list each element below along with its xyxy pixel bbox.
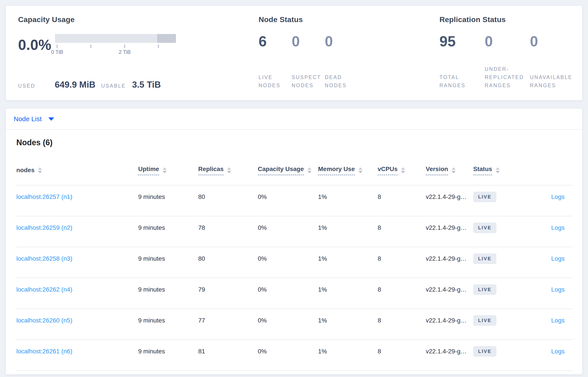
node-address-link[interactable]: localhost:26258 (n3) bbox=[16, 255, 72, 262]
column-header-replicas[interactable]: Replicas bbox=[198, 155, 258, 185]
nodes-table-section: Nodes (6) nodes Uptime bbox=[6, 130, 582, 374]
capacity-used-usable-row: USED 649.9 MiB USABLE 3.5 TiB bbox=[18, 80, 259, 90]
version-cell: v22.1.4-29-g… bbox=[426, 309, 473, 340]
table-row: localhost:26260 (n5) 9 minutes 77 0% 1% … bbox=[16, 309, 573, 340]
version-cell: v22.1.4-29-g… bbox=[426, 216, 473, 247]
replication-status-panel: Replication Status 95 TOTAL RANGES 0 UND… bbox=[439, 15, 575, 90]
sort-arrows-icon bbox=[452, 167, 456, 173]
sort-arrows-icon bbox=[227, 167, 231, 173]
logs-link[interactable]: Logs bbox=[551, 348, 564, 355]
node-list-card: Node List Nodes (6) nodes bbox=[5, 108, 583, 375]
version-cell: v22.1.4-29-g… bbox=[426, 247, 473, 278]
memory-use-cell: 1% bbox=[318, 247, 378, 278]
uptime-cell: 9 minutes bbox=[138, 216, 198, 247]
capacity-usage-cell: 0% bbox=[258, 340, 318, 371]
column-header-capacity-usage[interactable]: Capacity Usage bbox=[258, 155, 318, 185]
uptime-cell: 9 minutes bbox=[138, 247, 198, 278]
uptime-cell: 9 minutes bbox=[138, 340, 198, 371]
status-badge: LIVE bbox=[473, 346, 496, 357]
memory-use-cell: 1% bbox=[318, 185, 378, 216]
uptime-cell: 9 minutes bbox=[138, 309, 198, 340]
vcpus-cell: 8 bbox=[378, 340, 426, 371]
memory-use-cell: 1% bbox=[318, 216, 378, 247]
version-cell: v22.1.4-29-g… bbox=[426, 340, 473, 371]
suspect-nodes-label: SUSPECT NODES bbox=[292, 73, 321, 90]
replication-status-stats: 95 TOTAL RANGES 0 UNDER-REPLICATED RANGE… bbox=[439, 34, 575, 90]
status-badge: LIVE bbox=[473, 223, 496, 233]
column-header-status[interactable]: Status bbox=[473, 155, 517, 185]
version-cell: v22.1.4-29-g… bbox=[426, 185, 473, 216]
status-badge: LIVE bbox=[473, 253, 496, 264]
view-selector-bar: Node List bbox=[6, 109, 582, 130]
node-address-link[interactable]: localhost:26260 (n5) bbox=[16, 317, 72, 324]
view-selector-dropdown[interactable]: Node List bbox=[14, 115, 54, 123]
uptime-cell: 9 minutes bbox=[138, 185, 198, 216]
capacity-axis-labels: 0 TiB 2 TiB bbox=[55, 49, 176, 56]
live-nodes-count: 6 bbox=[259, 34, 292, 48]
column-header-memory-use[interactable]: Memory Use bbox=[318, 155, 378, 185]
column-header-nodes[interactable]: nodes bbox=[16, 155, 138, 185]
replicas-cell: 77 bbox=[198, 309, 258, 340]
sort-arrows-icon bbox=[163, 167, 167, 173]
column-header-uptime[interactable]: Uptime bbox=[138, 155, 198, 185]
table-row: localhost:26258 (n3) 9 minutes 80 0% 1% … bbox=[16, 247, 573, 278]
tick-mark bbox=[57, 45, 57, 48]
column-header-logs bbox=[517, 155, 573, 185]
column-header-vcpus[interactable]: vCPUs bbox=[378, 155, 426, 185]
capacity-usage-panel: Capacity Usage 0.0% 0 TiB 2 TiB bbox=[18, 15, 259, 90]
node-address-link[interactable]: localhost:26259 (n2) bbox=[16, 224, 72, 231]
view-selector-label: Node List bbox=[14, 115, 42, 123]
node-address-link[interactable]: localhost:26261 (n6) bbox=[16, 348, 72, 355]
usable-label: USABLE bbox=[101, 83, 126, 89]
tick-mark bbox=[158, 45, 159, 48]
cluster-summary-bar: Capacity Usage 0.0% 0 TiB 2 TiB bbox=[5, 5, 583, 101]
logs-link[interactable]: Logs bbox=[551, 193, 564, 200]
table-row: localhost:26259 (n2) 9 minutes 78 0% 1% … bbox=[16, 216, 573, 247]
used-label: USED bbox=[18, 83, 35, 89]
under-replicated-ranges-count: 0 bbox=[485, 34, 530, 48]
capacity-usage-cell: 0% bbox=[258, 309, 318, 340]
capacity-usage-cell: 0% bbox=[258, 216, 318, 247]
replicas-cell: 80 bbox=[198, 185, 258, 216]
total-ranges-label: TOTAL RANGES bbox=[439, 73, 480, 90]
logs-link[interactable]: Logs bbox=[551, 255, 564, 262]
node-address-link[interactable]: localhost:26262 (n4) bbox=[16, 286, 72, 293]
uptime-cell: 9 minutes bbox=[138, 278, 198, 309]
live-nodes-label: LIVE NODES bbox=[259, 73, 288, 90]
memory-use-cell: 1% bbox=[318, 278, 378, 309]
capacity-usage-title: Capacity Usage bbox=[18, 15, 259, 24]
dead-nodes-label: DEAD NODES bbox=[325, 73, 354, 90]
status-badge: LIVE bbox=[473, 192, 496, 202]
memory-use-cell: 1% bbox=[318, 340, 378, 371]
table-row: localhost:26257 (n1) 9 minutes 80 0% 1% … bbox=[16, 185, 573, 216]
sort-arrows-icon bbox=[358, 167, 363, 173]
logs-link[interactable]: Logs bbox=[551, 286, 564, 293]
usable-value: 3.5 TiB bbox=[132, 80, 161, 90]
node-address-link[interactable]: localhost:26257 (n1) bbox=[16, 193, 72, 200]
vcpus-cell: 8 bbox=[378, 216, 426, 247]
unavailable-ranges-count: 0 bbox=[530, 34, 575, 48]
column-header-version[interactable]: Version bbox=[426, 155, 473, 185]
sort-arrows-icon bbox=[38, 167, 42, 173]
suspect-nodes-stat: 0 SUSPECT NODES bbox=[292, 34, 325, 90]
replicas-cell: 80 bbox=[198, 247, 258, 278]
sort-arrows-icon bbox=[401, 167, 405, 173]
sort-arrows-icon bbox=[496, 167, 500, 173]
capacity-usage-cell: 0% bbox=[258, 247, 318, 278]
unavailable-ranges-label: UNAVAILABLE RANGES bbox=[530, 73, 570, 90]
logs-link[interactable]: Logs bbox=[551, 224, 564, 231]
tick-mark bbox=[124, 45, 125, 48]
node-status-panel: Node Status 6 LIVE NODES 0 SUSPECT NODES… bbox=[259, 15, 439, 90]
nodes-table: nodes Uptime Replicas Capacity Usag bbox=[16, 155, 573, 371]
logs-link[interactable]: Logs bbox=[551, 317, 564, 324]
capacity-percent-value: 0.0% bbox=[18, 37, 55, 52]
vcpus-cell: 8 bbox=[378, 278, 426, 309]
live-nodes-stat: 6 LIVE NODES bbox=[259, 34, 292, 90]
total-ranges-stat: 95 TOTAL RANGES bbox=[439, 34, 485, 90]
dead-nodes-stat: 0 DEAD NODES bbox=[325, 34, 358, 90]
vcpus-cell: 8 bbox=[378, 185, 426, 216]
unavailable-ranges-stat: 0 UNAVAILABLE RANGES bbox=[530, 34, 575, 90]
nodes-table-title: Nodes (6) bbox=[16, 138, 572, 147]
capacity-bar-reserved-segment bbox=[157, 34, 176, 43]
capacity-axis-ticks bbox=[55, 45, 176, 48]
